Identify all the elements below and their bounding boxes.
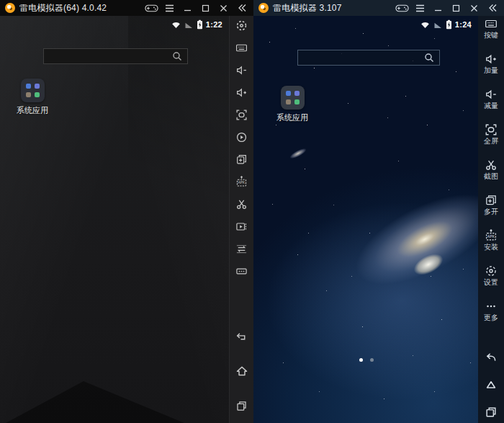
- ldplayer-logo-icon: [5, 3, 15, 13]
- sidebar-item-multi-instance[interactable]: 多开: [484, 194, 498, 215]
- sidebar-item-volume-down[interactable]: 减量: [484, 88, 498, 110]
- recents-icon[interactable]: [483, 404, 499, 420]
- maximize-icon[interactable]: [199, 1, 212, 14]
- clock: 1:22: [206, 20, 222, 29]
- toolbar-sidebar: 按键 加量 减量 全屏: [478, 16, 504, 423]
- sidebar-item-screenshot[interactable]: 截图: [484, 159, 498, 180]
- menu-icon[interactable]: [413, 1, 427, 14]
- sidebar-item-label: 截图: [484, 173, 498, 180]
- app-dot: [35, 84, 40, 89]
- back-icon[interactable]: [234, 329, 250, 344]
- window-title: 雷电模拟器 3.107: [273, 2, 342, 14]
- sidebar-item-more[interactable]: 更多: [484, 300, 498, 321]
- screen-record-icon[interactable]: [234, 218, 250, 234]
- sidebar-item-label: 减量: [484, 102, 498, 110]
- signal-icon: [433, 20, 443, 29]
- titlebar: 雷电模拟器(64) 4.0.42: [0, 0, 253, 16]
- home-icon[interactable]: [483, 377, 499, 393]
- battery-charging-icon: [197, 19, 203, 30]
- multi-instance-icon[interactable]: [234, 151, 250, 167]
- window-title: 雷电模拟器(64) 4.0.42: [19, 2, 107, 14]
- page-dot-active: [359, 358, 363, 362]
- sidebar-item-label: 全屏: [484, 138, 498, 145]
- collapse-sidebar-icon[interactable]: [235, 1, 248, 14]
- minimize-icon[interactable]: [181, 1, 194, 14]
- keyboard-icon[interactable]: [234, 40, 250, 55]
- status-bar: 1:24: [420, 18, 472, 31]
- wallpaper-facet: [6, 381, 184, 423]
- svg-text:APK: APK: [487, 234, 495, 239]
- fullscreen-icon[interactable]: [234, 107, 250, 123]
- app-dot: [26, 92, 31, 97]
- apk-install-icon: APK: [485, 229, 498, 242]
- wifi-icon: [171, 20, 181, 29]
- back-icon[interactable]: [483, 349, 499, 365]
- sidebar-item-settings[interactable]: 设置: [484, 264, 498, 286]
- minimize-icon[interactable]: [431, 1, 445, 14]
- sidebar-item-volume-up[interactable]: 加量: [484, 53, 498, 74]
- sidebar-item-label: 按键: [484, 32, 498, 39]
- settings-icon: [485, 264, 498, 277]
- maximize-icon[interactable]: [449, 1, 463, 14]
- sync-restart-icon[interactable]: [234, 129, 250, 145]
- toolbar-sidebar: APK: [229, 16, 253, 423]
- svg-text:APK: APK: [238, 181, 246, 184]
- battery-charging-icon: [446, 19, 452, 30]
- app-label: 系统应用: [12, 105, 53, 116]
- more-icon: [485, 300, 498, 313]
- gamepad-icon[interactable]: [395, 1, 409, 14]
- app-dot: [286, 99, 291, 104]
- app-shortcut-system-apps[interactable]: 系统应用: [12, 79, 53, 116]
- settings-icon[interactable]: [234, 17, 250, 33]
- close-icon[interactable]: [217, 1, 230, 14]
- search-input[interactable]: [298, 50, 424, 65]
- swap-icon[interactable]: [234, 241, 250, 257]
- gamepad-icon[interactable]: [145, 1, 158, 14]
- volume-down-icon[interactable]: [234, 62, 250, 78]
- apk-install-icon[interactable]: APK: [234, 174, 250, 190]
- app-dot: [294, 91, 300, 96]
- more-icon[interactable]: [234, 263, 250, 279]
- multi-instance-icon: [485, 194, 498, 207]
- search-bar[interactable]: [297, 50, 440, 66]
- emulator-window-left: 雷电模拟器(64) 4.0.42: [0, 0, 253, 423]
- android-nav-buttons: [483, 349, 499, 420]
- app-dot: [294, 99, 300, 104]
- sidebar-item-label: 安装: [484, 244, 498, 251]
- search-bar[interactable]: [43, 48, 188, 64]
- ldplayer-logo-icon: [258, 3, 269, 13]
- collapse-sidebar-icon[interactable]: [485, 1, 499, 14]
- sidebar-item-fullscreen[interactable]: 全屏: [484, 123, 498, 145]
- app-shortcut-system-apps[interactable]: 系统应用: [271, 86, 313, 123]
- system-apps-icon: [21, 79, 45, 102]
- clock: 1:24: [455, 20, 472, 29]
- search-input[interactable]: [44, 49, 172, 63]
- app-dot: [286, 91, 291, 96]
- app-dot: [26, 84, 31, 89]
- recents-icon[interactable]: [234, 398, 250, 414]
- android-screen[interactable]: 1:24 系统应用: [253, 16, 478, 423]
- android-nav-buttons: [234, 329, 250, 414]
- page-indicator: [359, 358, 374, 362]
- sidebar-item-label: 多开: [484, 208, 498, 215]
- sidebar-item-install-apk[interactable]: APK 安装: [484, 229, 498, 251]
- sidebar-item-keymapping[interactable]: 按键: [484, 17, 498, 39]
- screenshot-icon[interactable]: [234, 196, 250, 212]
- menu-icon[interactable]: [163, 1, 176, 14]
- app-label: 系统应用: [271, 112, 313, 123]
- volume-up-icon[interactable]: [234, 84, 250, 100]
- android-screen[interactable]: 1:22 系统应用: [0, 16, 229, 423]
- search-icon[interactable]: [424, 53, 434, 63]
- sidebar-item-label: 更多: [484, 314, 498, 321]
- fullscreen-icon: [485, 123, 498, 136]
- search-icon[interactable]: [172, 51, 182, 61]
- status-bar: 1:22: [171, 18, 222, 31]
- home-icon[interactable]: [234, 363, 250, 379]
- wallpaper-galaxy: [315, 155, 478, 324]
- wallpaper-small-galaxy: [287, 145, 310, 162]
- close-icon[interactable]: [467, 1, 481, 14]
- wifi-icon: [420, 20, 431, 29]
- sidebar-item-label: 加量: [484, 67, 498, 74]
- signal-icon: [184, 20, 194, 29]
- titlebar: 雷电模拟器 3.107: [253, 0, 504, 16]
